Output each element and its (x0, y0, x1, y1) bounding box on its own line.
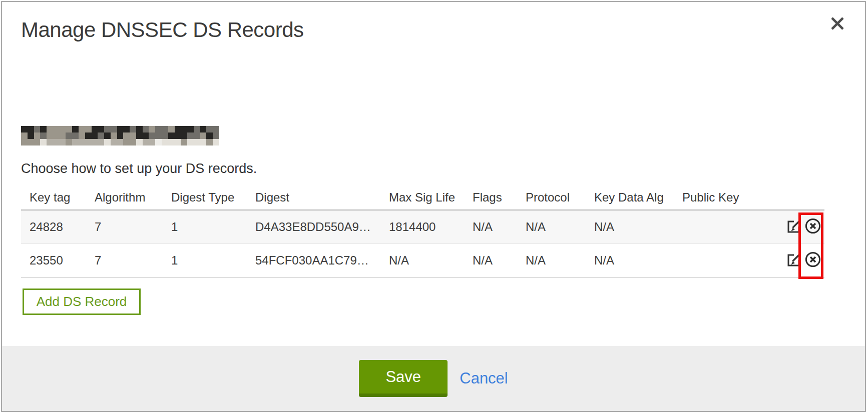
manage-dnssec-modal: Manage DNSSEC DS Records Choose how to s… (1, 1, 866, 412)
edit-record-button[interactable] (784, 251, 803, 270)
delete-record-button[interactable] (803, 218, 822, 236)
header-digest: Digest (247, 185, 380, 210)
cell-key-data-alg: N/A (586, 210, 674, 244)
cell-digest: 54FCF030AA1C79… (247, 244, 380, 277)
modal-title: Manage DNSSEC DS Records (21, 18, 304, 42)
cell-max-sig-life: 1814400 (380, 210, 464, 244)
x-circle-icon (804, 217, 822, 236)
delete-record-button[interactable] (803, 251, 822, 270)
header-key-data-alg: Key Data Alg (586, 185, 674, 210)
save-button-label: Save (385, 368, 421, 386)
header-flags: Flags (464, 185, 517, 210)
cell-actions (754, 210, 824, 244)
header-protocol: Protocol (517, 185, 586, 210)
header-actions (754, 185, 824, 210)
cell-flags: N/A (464, 210, 517, 244)
edit-pencil-icon (785, 218, 802, 236)
header-digest-type: Digest Type (163, 185, 247, 210)
ds-record-row: 24828 7 1 D4A33E8DD550A9… 1814400 N/A N/… (21, 210, 824, 244)
cancel-link[interactable]: Cancel (460, 370, 508, 388)
header-algorithm: Algorithm (86, 185, 163, 210)
modal-footer: Save Cancel (2, 346, 865, 411)
cell-protocol: N/A (517, 244, 586, 277)
cell-flags: N/A (464, 244, 517, 277)
cell-public-key (674, 244, 754, 277)
save-button[interactable]: Save (359, 360, 448, 397)
close-icon (830, 16, 844, 32)
add-ds-record-label: Add DS Record (37, 294, 127, 310)
header-max-sig-life: Max Sig Life (380, 185, 464, 210)
cell-digest-type: 1 (163, 244, 247, 277)
cell-protocol: N/A (517, 210, 586, 244)
cell-algorithm: 7 (86, 244, 163, 277)
cell-algorithm: 7 (86, 210, 163, 244)
cell-key-tag: 23550 (21, 244, 86, 277)
header-key-tag: Key tag (21, 185, 86, 210)
cell-key-tag: 24828 (21, 210, 86, 244)
ds-records-table: Key tag Algorithm Digest Type Digest Max… (21, 185, 824, 278)
header-public-key: Public Key (674, 185, 754, 210)
table-header-row: Key tag Algorithm Digest Type Digest Max… (21, 185, 824, 210)
cell-digest: D4A33E8DD550A9… (247, 210, 380, 244)
cell-key-data-alg: N/A (586, 244, 674, 277)
add-ds-record-button[interactable]: Add DS Record (23, 288, 141, 315)
cell-max-sig-life: N/A (380, 244, 464, 277)
cell-digest-type: 1 (163, 210, 247, 244)
x-circle-icon (804, 250, 822, 270)
cell-actions (754, 244, 824, 277)
instruction-text: Choose how to set up your DS records. (21, 161, 257, 176)
close-button[interactable] (829, 16, 846, 33)
ds-record-row: 23550 7 1 54FCF030AA1C79… N/A N/A N/A N/… (21, 244, 824, 277)
edit-record-button[interactable] (784, 218, 803, 236)
redacted-domain-name (21, 126, 219, 146)
edit-pencil-icon (785, 251, 802, 270)
cell-public-key (674, 210, 754, 244)
